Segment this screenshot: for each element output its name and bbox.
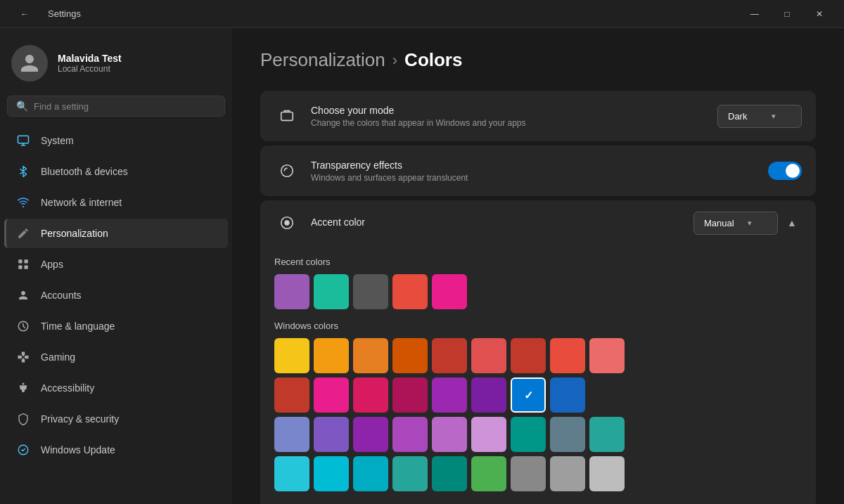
windows-color-swatch[interactable] bbox=[550, 456, 585, 491]
windows-color-swatch[interactable] bbox=[511, 417, 546, 452]
windows-color-swatch[interactable] bbox=[550, 377, 585, 413]
transparency-text: Transparency effects Windows and surface… bbox=[311, 160, 768, 183]
svg-rect-1 bbox=[18, 259, 22, 263]
windows-color-swatch[interactable] bbox=[353, 338, 388, 373]
privacy-label: Privacy & security bbox=[41, 413, 119, 425]
windows-color-swatch[interactable] bbox=[511, 338, 546, 373]
mode-value: Dark bbox=[728, 111, 747, 122]
windows-color-swatch[interactable] bbox=[589, 456, 625, 491]
windows-color-swatch[interactable] bbox=[314, 417, 349, 452]
svg-point-11 bbox=[284, 220, 289, 225]
windows-color-swatch[interactable] bbox=[432, 456, 467, 491]
windows-color-swatch[interactable]: ✓ bbox=[511, 377, 546, 413]
windows-color-swatch[interactable] bbox=[274, 456, 309, 491]
accounts-icon bbox=[15, 287, 31, 303]
accent-control[interactable]: Manual ▾ ▲ bbox=[693, 212, 802, 235]
sidebar-item-accounts[interactable]: Accounts bbox=[4, 280, 228, 310]
gaming-icon bbox=[15, 349, 31, 365]
windows-color-swatch[interactable] bbox=[471, 417, 506, 452]
apps-icon bbox=[15, 257, 31, 272]
windows-color-swatch[interactable] bbox=[432, 338, 467, 373]
privacy-icon bbox=[15, 411, 31, 427]
minimize-button[interactable]: — bbox=[738, 0, 771, 28]
windows-color-swatch[interactable] bbox=[550, 338, 585, 373]
recent-color-swatch[interactable] bbox=[314, 274, 349, 309]
windows-color-swatch[interactable] bbox=[550, 417, 585, 452]
windows-color-swatch[interactable] bbox=[314, 377, 349, 413]
close-button[interactable]: ✕ bbox=[803, 0, 836, 28]
windows-color-swatch[interactable] bbox=[353, 456, 388, 491]
window-title: Settings bbox=[48, 8, 81, 19]
mode-control[interactable]: Dark ▾ bbox=[717, 105, 802, 128]
chevron-up-icon: ▲ bbox=[787, 217, 797, 228]
recent-color-swatch[interactable] bbox=[353, 274, 388, 309]
accent-dropdown[interactable]: Manual ▾ bbox=[693, 212, 778, 235]
chevron-down-icon2: ▾ bbox=[748, 219, 752, 228]
windows-color-swatch[interactable] bbox=[392, 338, 428, 373]
windows-color-row bbox=[274, 417, 802, 452]
checkmark-icon: ✓ bbox=[524, 389, 533, 402]
windows-color-swatch[interactable] bbox=[392, 456, 428, 491]
windows-color-swatch[interactable] bbox=[392, 377, 428, 413]
sidebar-item-privacy[interactable]: Privacy & security bbox=[4, 404, 228, 434]
accent-label: Accent color bbox=[311, 217, 693, 228]
windows-color-swatch[interactable] bbox=[471, 377, 506, 413]
sidebar-item-update[interactable]: Windows Update bbox=[4, 435, 228, 465]
user-type: Local Account bbox=[58, 64, 122, 74]
windows-color-swatch[interactable] bbox=[314, 456, 349, 491]
chevron-down-icon: ▾ bbox=[772, 112, 776, 121]
sidebar-item-bluetooth[interactable]: Bluetooth & devices bbox=[4, 157, 228, 186]
accent-icon bbox=[274, 210, 300, 235]
windows-color-swatch[interactable] bbox=[392, 417, 428, 452]
sidebar-item-personalization[interactable]: Personalization bbox=[4, 219, 228, 248]
maximize-button[interactable]: □ bbox=[771, 0, 803, 28]
time-label: Time & language bbox=[41, 321, 115, 332]
windows-color-swatch[interactable] bbox=[432, 417, 467, 452]
accounts-label: Accounts bbox=[41, 290, 82, 301]
windows-color-swatch[interactable] bbox=[471, 338, 506, 373]
svg-rect-0 bbox=[18, 136, 29, 143]
sidebar-item-system[interactable]: System bbox=[4, 126, 228, 155]
search-box[interactable]: 🔍 bbox=[7, 96, 225, 117]
user-profile[interactable]: Malavida Test Local Account bbox=[0, 35, 232, 96]
toggle-knob bbox=[786, 164, 800, 178]
sidebar-item-time[interactable]: Time & language bbox=[4, 311, 228, 341]
windows-color-swatch[interactable] bbox=[589, 338, 625, 373]
svg-rect-8 bbox=[281, 112, 293, 121]
windows-color-swatch[interactable] bbox=[274, 417, 309, 452]
windows-color-swatch[interactable] bbox=[432, 377, 467, 413]
recent-color-swatch[interactable] bbox=[274, 274, 309, 309]
transparency-toggle[interactable] bbox=[768, 162, 802, 180]
sidebar-item-accessibility[interactable]: Accessibility bbox=[4, 373, 228, 403]
windows-color-row: ✓ bbox=[274, 377, 802, 413]
system-label: System bbox=[41, 135, 74, 146]
recent-color-swatch[interactable] bbox=[432, 274, 467, 309]
back-button[interactable]: ← bbox=[8, 0, 41, 28]
windows-color-swatch[interactable] bbox=[511, 456, 546, 491]
windows-color-swatch[interactable] bbox=[274, 377, 309, 413]
search-input[interactable] bbox=[34, 101, 216, 112]
windows-color-swatch[interactable] bbox=[353, 377, 388, 413]
windows-color-swatch[interactable] bbox=[314, 338, 349, 373]
sidebar-item-apps[interactable]: Apps bbox=[4, 250, 228, 279]
sidebar-item-network[interactable]: Network & internet bbox=[4, 188, 228, 217]
windows-color-swatch[interactable] bbox=[471, 456, 506, 491]
windows-color-row bbox=[274, 338, 802, 373]
titlebar: ← Settings — □ ✕ bbox=[0, 0, 844, 28]
sidebar: Malavida Test Local Account 🔍 System Blu… bbox=[0, 28, 232, 504]
sidebar-item-gaming[interactable]: Gaming bbox=[4, 342, 228, 372]
mode-text: Choose your mode Change the colors that … bbox=[311, 105, 717, 128]
transparency-control[interactable] bbox=[768, 162, 802, 180]
accent-expand-button[interactable]: ▲ bbox=[782, 213, 802, 233]
windows-color-swatch[interactable] bbox=[274, 338, 309, 373]
search-icon: 🔍 bbox=[16, 101, 28, 112]
breadcrumb-current: Colors bbox=[404, 49, 462, 71]
time-icon bbox=[15, 318, 31, 334]
transparency-card: Transparency effects Windows and surface… bbox=[260, 146, 816, 196]
windows-color-swatch[interactable] bbox=[353, 417, 388, 452]
recent-color-swatch[interactable] bbox=[392, 274, 428, 309]
breadcrumb-separator: › bbox=[392, 51, 397, 70]
svg-point-6 bbox=[23, 383, 25, 385]
windows-color-swatch[interactable] bbox=[589, 417, 625, 452]
mode-dropdown[interactable]: Dark ▾ bbox=[717, 105, 802, 128]
